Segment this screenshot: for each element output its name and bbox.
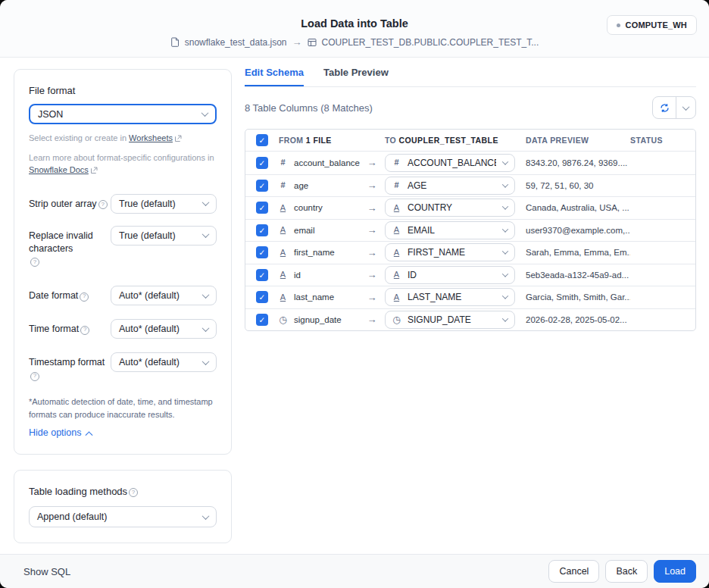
- refresh-split-button: [652, 96, 696, 119]
- chevron-down-icon: [202, 324, 210, 332]
- data-preview: 2026-02-28, 2025-05-02...: [526, 315, 630, 324]
- table-loading-select[interactable]: Append (default): [29, 506, 217, 527]
- table-loading-card: Table loading methods? Append (default): [14, 470, 232, 543]
- back-button[interactable]: Back: [605, 560, 648, 583]
- table-row: email EMAIL user9370@example.com,...: [245, 219, 695, 242]
- arrow-right-icon: →: [292, 36, 302, 48]
- select-all-checkbox[interactable]: [256, 134, 268, 146]
- target-column-select[interactable]: AGE: [385, 177, 515, 195]
- row-checkbox[interactable]: [256, 291, 268, 303]
- dialog-footer: Show SQL Cancel Back Load: [0, 554, 709, 588]
- row-checkbox[interactable]: [256, 157, 268, 169]
- row-checkbox[interactable]: [256, 269, 268, 281]
- snowflake-docs-link[interactable]: Snowflake Docs: [29, 165, 89, 174]
- worksheets-link[interactable]: Worksheets: [129, 133, 173, 142]
- table-row: first_name FIRST_NAME Sarah, Emma, Emma,…: [245, 241, 695, 264]
- target-column-select[interactable]: LAST_NAME: [385, 288, 515, 306]
- row-checkbox[interactable]: [256, 246, 268, 258]
- warehouse-selector[interactable]: COMPUTE_WH: [607, 15, 697, 35]
- tab-edit-schema[interactable]: Edit Schema: [245, 67, 304, 86]
- data-preview: Sarah, Emma, Emma, Em...: [526, 248, 630, 257]
- refresh-icon: [660, 103, 670, 113]
- number-type-icon: [392, 158, 401, 167]
- table-loading-label: Table loading methods: [29, 486, 127, 497]
- date-format-select[interactable]: Auto* (default): [111, 286, 217, 305]
- warehouse-status-dot: [617, 23, 620, 27]
- dialog-header: Load Data into Table snowflake_test_data…: [0, 0, 709, 58]
- arrow-right-icon: [359, 292, 385, 303]
- timestamp-format-select[interactable]: Auto* (default): [111, 352, 217, 372]
- target-column-select[interactable]: FIRST_NAME: [385, 243, 515, 261]
- target-column-select[interactable]: COUNTRY: [385, 199, 515, 217]
- help-icon[interactable]: ?: [129, 488, 138, 497]
- hide-options-link[interactable]: Hide options: [29, 427, 92, 438]
- help-icon[interactable]: ?: [98, 200, 108, 209]
- row-checkbox[interactable]: [256, 180, 268, 192]
- arrow-right-icon: [359, 269, 385, 280]
- target-column-select[interactable]: ID: [385, 266, 515, 284]
- chevron-down-icon: [502, 249, 508, 255]
- show-sql-link[interactable]: Show SQL: [23, 566, 70, 577]
- source-column-name: country: [294, 203, 323, 212]
- row-checkbox[interactable]: [256, 224, 268, 236]
- help-icon[interactable]: ?: [80, 326, 89, 335]
- data-preview: 59, 72, 51, 60, 30: [526, 181, 630, 190]
- strip-outer-array-select[interactable]: True (default): [111, 194, 217, 214]
- number-type-icon: [279, 181, 287, 189]
- table-row: last_name LAST_NAME Garcia, Smith, Smith…: [245, 286, 695, 308]
- source-column-name: signup_date: [294, 315, 342, 324]
- help-icon[interactable]: ?: [80, 292, 89, 302]
- target-column-select[interactable]: ACCOUNT_BALANCE: [385, 154, 515, 172]
- replace-invalid-select[interactable]: True (default): [111, 226, 217, 246]
- chevron-down-icon: [502, 158, 508, 164]
- chevron-down-icon: [201, 109, 209, 117]
- arrow-right-icon: [359, 180, 385, 191]
- tab-table-preview[interactable]: Table Preview: [323, 67, 389, 86]
- source-column-name: first_name: [294, 248, 335, 257]
- row-checkbox[interactable]: [256, 202, 268, 214]
- chevron-down-icon: [502, 226, 508, 232]
- data-preview: 8343.20, 9876.24, 9369....: [526, 158, 630, 167]
- timestamp-format-label: Timestamp format: [29, 357, 105, 368]
- schema-toolbar: 8 Table Columns (8 Matches): [245, 96, 696, 119]
- file-icon: [170, 37, 180, 47]
- source-column-name: account_balance: [294, 158, 360, 167]
- source-file-name: snowflake_test_data.json: [185, 37, 287, 48]
- arrow-right-icon: [359, 202, 385, 214]
- text-type-icon: [279, 271, 287, 279]
- load-data-dialog: Load Data into Table snowflake_test_data…: [0, 0, 709, 588]
- schema-panel: Edit Schema Table Preview 8 Table Column…: [245, 58, 709, 554]
- target-column-select[interactable]: SIGNUP_DATE: [385, 311, 515, 329]
- text-type-icon: [392, 293, 401, 302]
- help-icon[interactable]: ?: [30, 258, 39, 267]
- external-link-icon: [175, 133, 182, 145]
- schema-table: FROM 1 FILE TO COUPLER_TEST_TABLE DATA P…: [245, 129, 696, 331]
- replace-invalid-label: Replace invalid characters: [29, 230, 93, 254]
- columns-summary: 8 Table Columns (8 Matches): [245, 102, 373, 114]
- chevron-down-icon: [202, 512, 210, 520]
- dialog-body: File format JSON Select existing or crea…: [0, 58, 709, 554]
- file-format-label: File format: [29, 85, 217, 96]
- row-checkbox[interactable]: [256, 314, 268, 326]
- help-icon[interactable]: ?: [30, 372, 39, 381]
- page-title: Load Data into Table: [0, 0, 709, 30]
- time-format-select[interactable]: Auto* (default): [111, 319, 217, 339]
- status-column-header: STATUS: [630, 136, 695, 145]
- table-row: country COUNTRY Canada, Australia, USA, …: [245, 196, 695, 219]
- strip-outer-array-label: Strip outer array: [29, 199, 97, 209]
- refresh-button[interactable]: [653, 97, 676, 118]
- chevron-down-icon: [502, 204, 508, 210]
- chevron-down-icon: [202, 358, 210, 365]
- file-format-select[interactable]: JSON: [29, 104, 217, 124]
- date-format-label: Date format: [29, 290, 78, 301]
- target-column-select[interactable]: EMAIL: [385, 221, 515, 239]
- text-type-icon: [279, 293, 287, 302]
- load-button[interactable]: Load: [654, 560, 696, 583]
- from-column-header: FROM 1 FILE: [279, 136, 359, 145]
- cancel-button[interactable]: Cancel: [548, 560, 599, 583]
- text-type-icon: [279, 249, 287, 257]
- arrow-right-icon: [359, 157, 385, 168]
- refresh-menu-button[interactable]: [676, 97, 695, 118]
- chevron-down-icon: [502, 293, 508, 299]
- data-preview: user9370@example.com,...: [526, 226, 630, 235]
